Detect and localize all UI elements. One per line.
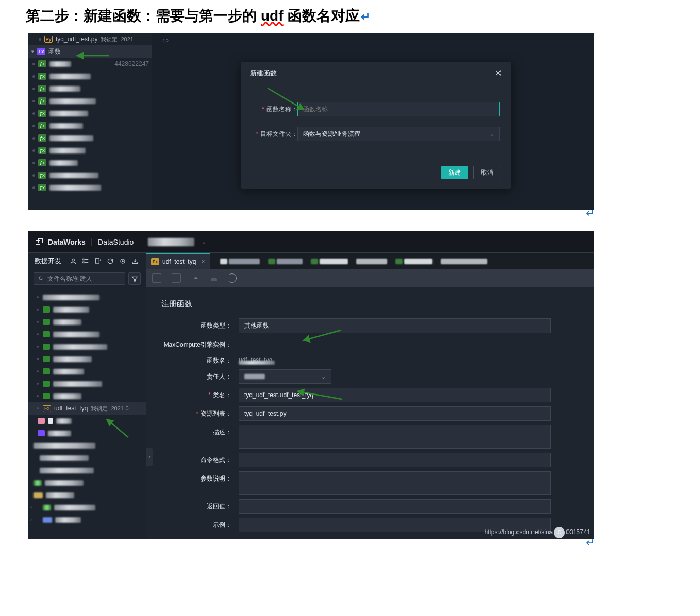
fx-file-icon: Fx <box>151 258 159 265</box>
tree-item[interactable] <box>28 291 146 303</box>
class-label: *类名： <box>161 388 239 400</box>
tree-item[interactable] <box>28 316 146 328</box>
tree-udf-status: 我锁定 <box>91 405 108 413</box>
resource-label: *资源列表： <box>161 406 239 418</box>
chevron-down-icon: ▾ <box>31 49 34 54</box>
tree-udf-date: 2021-0 <box>111 405 128 412</box>
tree-item[interactable] <box>28 378 146 390</box>
tree-item[interactable] <box>28 340 146 353</box>
fx-item-icon: ƒx <box>38 172 46 179</box>
tree-row-functions[interactable]: ▾ Fx 函数 <box>28 45 152 58</box>
collapse-sidebar-button[interactable]: ‹ <box>146 448 153 466</box>
submit-icon[interactable] <box>191 273 201 283</box>
screenshot-register-function: DataWorks | DataStudio ⌄ 数据开发 <box>28 231 594 539</box>
tree-item[interactable] <box>28 303 146 316</box>
function-name-input[interactable] <box>297 102 500 116</box>
studio-name: DataStudio <box>98 238 134 246</box>
tree-item[interactable] <box>28 464 146 476</box>
tree-row-blur[interactable]: ƒx <box>28 144 152 157</box>
line-number: 12 <box>162 38 169 44</box>
tree-row-blur[interactable]: ƒx <box>28 157 152 169</box>
target-folder-select[interactable]: 函数与资源/业务流程 ⌄ <box>297 127 500 141</box>
tree-item[interactable] <box>28 415 146 427</box>
tree-id-suffix: 4428622247 <box>114 60 149 67</box>
class-input[interactable]: tyq_udf_test.udf_test_tyq <box>239 388 551 402</box>
desc-label: 描述： <box>161 425 239 437</box>
form-section-title: 注册函数 <box>161 299 579 309</box>
import-icon[interactable] <box>130 256 140 266</box>
linebreak-arrow-icon: ↵ <box>586 536 595 549</box>
example-label: 示例： <box>161 518 239 529</box>
cmd-input[interactable] <box>239 453 551 467</box>
cancel-button[interactable]: 取消 <box>473 166 501 179</box>
tree-item[interactable] <box>28 353 146 365</box>
fx-item-icon: ƒx <box>38 134 46 142</box>
heading-udf: udf <box>261 8 284 24</box>
save-icon[interactable] <box>152 273 161 283</box>
fx-item-icon: ƒx <box>38 122 46 129</box>
locate-icon[interactable] <box>118 256 127 266</box>
svg-rect-3 <box>83 259 84 260</box>
tree-row-blur[interactable]: ƒx <box>28 70 152 82</box>
project-name-redacted[interactable] <box>148 238 194 246</box>
svg-line-13 <box>42 280 44 281</box>
dataworks-logo-icon <box>36 238 43 246</box>
tree-item[interactable] <box>28 439 146 452</box>
filter-button[interactable] <box>128 272 141 285</box>
tree-item-udf-test[interactable]: Fx udf_test_tyq 我锁定 2021-0 <box>28 402 146 415</box>
tree-item[interactable] <box>28 427 146 439</box>
new-file-icon[interactable] <box>93 256 103 266</box>
resource-input[interactable]: tyq_udf_test.py <box>239 406 551 421</box>
tree-item[interactable] <box>28 489 146 501</box>
owner-select[interactable]: ⌄ <box>239 369 331 384</box>
tree-row-blur[interactable]: ƒx <box>28 132 152 144</box>
tree-row-blur[interactable]: ƒx <box>28 82 152 95</box>
tree-item[interactable]: › <box>28 514 146 526</box>
param-label: 参数说明： <box>161 471 239 483</box>
fx-item-icon: ƒx <box>38 147 46 154</box>
return-label: 返回值： <box>161 499 239 511</box>
tree-row-blur[interactable]: ƒx <box>28 107 152 119</box>
chevron-down-icon: ⌄ <box>321 373 326 380</box>
chevron-down-icon: ⌄ <box>490 131 494 138</box>
fx-item-icon: ƒx <box>38 110 46 117</box>
sidebar-header: 数据开发 <box>28 253 146 269</box>
list-icon[interactable] <box>81 256 90 266</box>
watermark: https://blog.csdn.net/sinaC0315741 <box>485 527 590 538</box>
refresh-icon[interactable] <box>227 273 237 283</box>
engine-label: MaxCompute引擎实例： <box>161 337 239 349</box>
divider: | <box>91 237 93 247</box>
close-tab-icon[interactable]: × <box>201 258 205 265</box>
tree-item[interactable] <box>28 328 146 340</box>
tree-row-blur[interactable]: ƒx <box>28 119 152 132</box>
param-input[interactable] <box>239 471 551 495</box>
tree-item[interactable] <box>28 390 146 402</box>
tree-row-blur[interactable]: ƒx <box>28 169 152 181</box>
tab-udf-test[interactable]: Fx udf_test_tyq × <box>146 253 210 269</box>
function-name-label: *函数名称： <box>252 105 297 114</box>
tree-item[interactable] <box>28 365 146 378</box>
chevron-down-icon[interactable]: ⌄ <box>202 238 206 245</box>
close-icon[interactable]: ✕ <box>494 67 502 79</box>
target-folder-label: *目标文件夹： <box>252 130 297 139</box>
tree-row-blur[interactable]: ƒx <box>28 95 152 107</box>
deploy-icon[interactable] <box>211 278 217 281</box>
tree-item[interactable] <box>28 452 146 464</box>
create-button[interactable]: 新建 <box>441 166 468 179</box>
tree-row-blur[interactable]: ƒx4428622247 <box>28 58 152 70</box>
tree-item[interactable] <box>28 476 146 489</box>
fx-item-icon: ƒx <box>38 184 46 191</box>
tree-row-blur[interactable]: ƒx <box>28 181 152 194</box>
tree-row-py[interactable]: Py tyq_udf_test.py 我锁定 2021 <box>28 33 152 45</box>
user-icon[interactable] <box>69 256 78 266</box>
search-input[interactable]: 文件名称/创建人 <box>34 272 125 285</box>
refresh-icon[interactable] <box>106 256 115 266</box>
tree-item[interactable]: › <box>28 501 146 514</box>
svg-point-11 <box>122 260 123 261</box>
type-select[interactable]: 其他函数 <box>239 318 551 333</box>
return-input[interactable] <box>239 499 551 514</box>
modal-title: 新建函数 <box>250 69 277 78</box>
save-all-icon[interactable] <box>172 273 181 283</box>
register-function-form: 注册函数 函数类型：其他函数 MaxCompute引擎实例： 函数名：udf_t… <box>146 287 594 539</box>
desc-input[interactable] <box>239 425 551 449</box>
